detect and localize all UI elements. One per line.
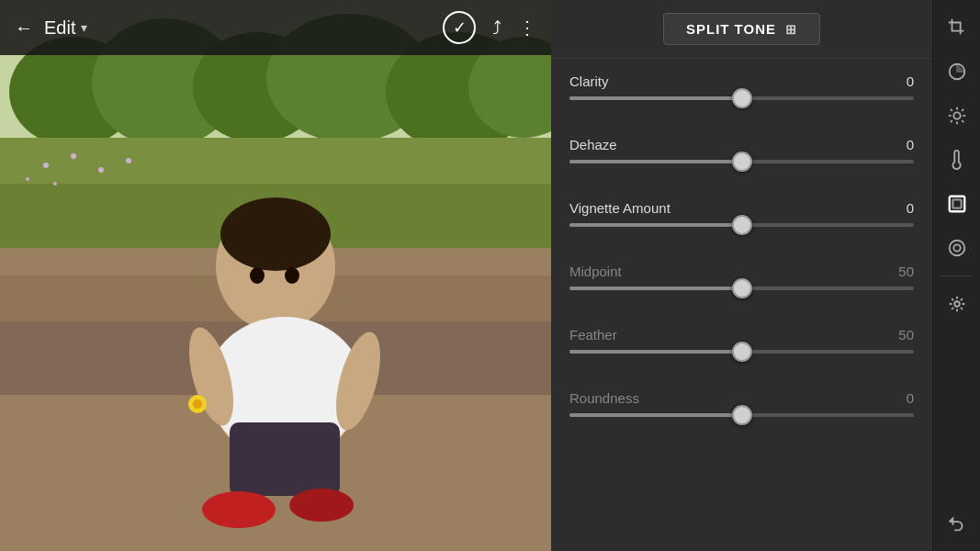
top-actions: ✓ ⤴ ⋮ (443, 11, 536, 44)
svg-point-23 (202, 491, 276, 528)
svg-point-14 (53, 182, 57, 186)
slider-label-1: Dehaze (569, 137, 617, 152)
sliders-container: Clarity0Dehaze0Vignette Amount0Midpoint5… (551, 59, 932, 439)
share-button[interactable]: ⤴ (492, 17, 501, 39)
photo-panel: ← Edit ▾ ✓ ⤴ ⋮ (0, 0, 551, 551)
slider-label-2: Vignette Amount (569, 200, 670, 216)
sidebar-divider (941, 276, 974, 276)
slider-group-4: Feather50 (551, 312, 932, 376)
svg-point-32 (953, 112, 960, 118)
detail-icon[interactable] (937, 284, 977, 324)
svg-line-37 (950, 109, 952, 111)
color-icon[interactable] (937, 51, 977, 92)
panel-header: SPLIT TONE ⊞ (551, 0, 932, 59)
slider-label-3: Midpoint (569, 264, 622, 279)
slider-fill-5 (569, 413, 742, 417)
slider-thumb-0[interactable] (732, 88, 752, 108)
back-button[interactable]: ← (15, 17, 33, 39)
slider-fill-2 (569, 223, 742, 227)
slider-fill-4 (569, 350, 742, 354)
slider-value-5: 0 (886, 390, 914, 406)
slider-value-4: 50 (886, 327, 914, 343)
slider-label-row-5: Roundness0 (569, 390, 914, 406)
slider-fill-0 (569, 96, 742, 100)
slider-fill-3 (569, 287, 742, 290)
slider-track-3[interactable] (569, 287, 914, 290)
edit-title: Edit ▾ (44, 17, 443, 39)
panel-title-icon: ⊞ (785, 22, 797, 37)
slider-value-3: 50 (886, 264, 914, 279)
slider-thumb-2[interactable] (732, 215, 752, 235)
slider-track-5[interactable] (569, 413, 914, 417)
vignette-icon[interactable] (937, 184, 977, 224)
svg-line-39 (962, 109, 963, 111)
more-button[interactable]: ⋮ (518, 17, 536, 39)
slider-group-1: Dehaze0 (551, 122, 932, 186)
slider-thumb-3[interactable] (732, 278, 752, 298)
slider-label-row-0: Clarity0 (569, 73, 914, 89)
slider-label-4: Feather (569, 327, 617, 343)
slider-fill-1 (569, 160, 742, 163)
svg-point-12 (126, 158, 131, 163)
slider-track-1[interactable] (569, 160, 914, 163)
slider-group-3: Midpoint50 (551, 249, 932, 312)
slider-value-1: 0 (886, 137, 914, 152)
svg-point-24 (289, 489, 354, 522)
svg-rect-41 (949, 197, 964, 212)
slider-value-0: 0 (886, 73, 914, 89)
svg-point-43 (949, 241, 964, 256)
edit-label: Edit (44, 17, 75, 39)
svg-line-38 (962, 120, 963, 122)
svg-point-44 (953, 244, 960, 251)
top-bar: ← Edit ▾ ✓ ⤴ ⋮ (0, 0, 551, 55)
slider-label-row-3: Midpoint50 (569, 264, 914, 279)
svg-point-13 (26, 177, 29, 181)
slider-label-5: Roundness (569, 390, 639, 406)
photo-svg (0, 0, 551, 551)
light-icon[interactable] (937, 96, 977, 136)
svg-line-40 (950, 120, 952, 122)
icons-sidebar (932, 0, 980, 551)
svg-point-30 (193, 399, 202, 409)
slider-label-row-2: Vignette Amount0 (569, 200, 914, 216)
grain-icon[interactable] (937, 228, 977, 268)
slider-value-2: 0 (886, 200, 914, 216)
svg-point-20 (220, 197, 331, 271)
svg-point-45 (954, 301, 960, 307)
split-tone-button[interactable]: SPLIT TONE ⊞ (663, 13, 820, 45)
slider-label-row-1: Dehaze0 (569, 137, 914, 152)
undo-icon[interactable] (937, 503, 977, 544)
slider-thumb-1[interactable] (732, 152, 752, 172)
sliders-panel: SPLIT TONE ⊞ Clarity0Dehaze0Vignette Amo… (551, 0, 932, 551)
photo-area (0, 0, 551, 551)
check-icon: ✓ (443, 11, 476, 44)
slider-track-2[interactable] (569, 223, 914, 227)
temp-icon[interactable] (937, 140, 977, 180)
panel-title: SPLIT TONE (686, 21, 776, 37)
svg-point-27 (250, 267, 265, 284)
confirm-button[interactable]: ✓ (443, 11, 476, 44)
svg-rect-42 (952, 199, 961, 208)
slider-label-row-4: Feather50 (569, 327, 914, 343)
slider-track-0[interactable] (569, 96, 914, 100)
svg-point-28 (285, 267, 299, 284)
slider-group-0: Clarity0 (551, 59, 932, 122)
edit-chevron: ▾ (81, 20, 87, 35)
slider-group-2: Vignette Amount0 (551, 186, 932, 249)
svg-point-9 (43, 163, 49, 168)
slider-thumb-4[interactable] (732, 342, 752, 362)
slider-thumb-5[interactable] (732, 405, 752, 425)
svg-rect-22 (230, 422, 340, 496)
slider-label-0: Clarity (569, 73, 609, 89)
slider-track-4[interactable] (569, 350, 914, 354)
svg-point-10 (71, 153, 76, 159)
slider-group-5: Roundness0 (551, 376, 932, 439)
right-panel: SPLIT TONE ⊞ Clarity0Dehaze0Vignette Amo… (551, 0, 980, 551)
crop-icon[interactable] (937, 7, 977, 48)
svg-point-11 (98, 167, 104, 173)
